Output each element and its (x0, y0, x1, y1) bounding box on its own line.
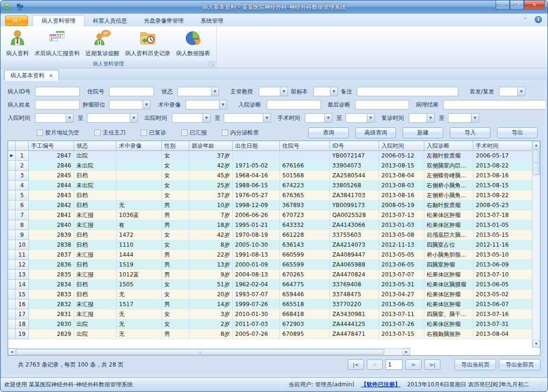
info-icon[interactable]: i (535, 16, 542, 23)
table-row[interactable]: 4 2844 未出院 女 25岁 1988-06-15 674223 33805… (8, 181, 532, 191)
action-button[interactable]: 查询 (308, 127, 349, 138)
export-current-page-button[interactable]: 导出当前页 (455, 359, 496, 370)
col-admit-diag[interactable]: 入院诊断 (424, 141, 473, 151)
col-status[interactable]: 状态 (74, 141, 117, 151)
table-header: 手工编号 状态 术中录像 性别 就诊年龄 出生日期 住院号 ID号 入院时间 入… (8, 141, 540, 151)
dialog-launcher-icon[interactable]: ↘ (209, 61, 214, 67)
filter-checkbox[interactable]: 已汇报 (181, 129, 207, 137)
admit-diag-input[interactable] (267, 100, 321, 109)
table-row[interactable]: 9 2839 归档 1472 女 42岁 1970-08-19 661228 3… (8, 230, 532, 240)
professor-select[interactable]: ▼ (259, 87, 288, 96)
table-row[interactable]: 7 2841 未汇报 1036蓝 男 7岁 2006-06-26 670723 … (8, 210, 532, 220)
ribbon-button[interactable]: 病人资料历史记录 (122, 28, 173, 58)
vertical-scrollbar[interactable]: ▲ ≡ ▼ (532, 142, 540, 348)
action-button[interactable]: 导出 (497, 127, 538, 138)
export-all-pages-button[interactable]: 导出全部页 (499, 359, 540, 370)
pathology-input[interactable] (443, 100, 546, 109)
maximize-button[interactable]: ❐ (510, 0, 524, 9)
table-row[interactable]: 17 2831 未汇报 无 女 3岁 2010-01-30 668418 ZA3… (8, 309, 532, 319)
table-row[interactable]: 5 2843 归档 女 37岁 1976-05-27 676365 ZA3841… (8, 191, 532, 200)
table-row[interactable]: 6 2842 归档 无 男 10岁 1998-12-09 367893 YB00… (8, 200, 532, 210)
ribbon-button[interactable]: 近期复诊提醒 (83, 28, 122, 58)
specimen-select[interactable]: ▼ (313, 87, 338, 96)
action-button[interactable]: 高级查询 (355, 127, 396, 138)
table-row[interactable]: 16 2832 未汇报 1517 男 14岁 1999-07-26 665518… (8, 300, 532, 309)
prev-page-button[interactable]: < (367, 359, 383, 370)
scroll-left-icon[interactable]: ◀ (8, 349, 16, 355)
col-sex[interactable]: 性别 (162, 141, 189, 151)
table-row[interactable]: ▶ 1 2847 出院 女 37岁 YB0072147 2006-05-12 左… (8, 151, 532, 161)
next-page-button[interactable]: > (405, 359, 422, 370)
discharge-to-select[interactable]: ▼ (224, 113, 271, 123)
close-button[interactable]: ✕ (524, 0, 545, 9)
status-select[interactable]: ▼ (177, 87, 219, 96)
ribbon-tab[interactable]: 病人资料管理 (33, 15, 84, 26)
col-admit-date[interactable]: 入院时间 (379, 141, 424, 151)
table-row[interactable]: 2 2846 未出院 女 42岁 1971-05-02 676166 33904… (8, 161, 532, 171)
col-id[interactable]: ID号 (330, 141, 379, 151)
table-row[interactable]: 18 2830 出院 无 女 2岁 2011-07-03 672903 ZA44… (8, 319, 532, 329)
tumor-site-select[interactable]: ▼ (109, 100, 151, 109)
table-row[interactable]: 11 2837 未汇报 1444 男 22岁 1991-08-13 660599… (8, 250, 532, 260)
table-row[interactable]: 19 2829 出院 无 男 8岁 2005-07-26 670895 ZA44… (8, 329, 532, 339)
col-manual-no[interactable]: 手工编号 (29, 141, 74, 151)
vertical-scroll-thumb[interactable]: ≡ (533, 150, 540, 175)
resize-grip-icon[interactable]: ⋰ (539, 382, 544, 387)
filter-checkbox[interactable]: 已复诊 (141, 129, 166, 137)
table-row[interactable]: 13 2835 未汇报 1012蓝 男 9岁 2004-08-13 670265… (8, 270, 532, 280)
scroll-right-icon[interactable]: ▶ (403, 349, 410, 355)
professor-label: 主管教授 (230, 88, 259, 96)
revisit-to-select[interactable]: ▼ (448, 113, 479, 123)
admit-to-select[interactable]: ▼ (87, 113, 138, 123)
quick-access-icon[interactable] (17, 4, 24, 10)
col-op-video[interactable]: 术中录像 (117, 141, 162, 151)
hosp-no-input[interactable] (109, 87, 154, 96)
action-button[interactable]: 新建 (403, 127, 443, 138)
surgery-to-select[interactable]: ▼ (346, 113, 375, 123)
filter-checkbox[interactable]: 胶片地址为空 (37, 129, 79, 137)
op-video-select[interactable]: ▼ (185, 100, 227, 109)
registered-link[interactable]: 【软件已注册】 (361, 381, 400, 389)
patient-id-input[interactable] (35, 87, 80, 96)
ribbon-button[interactable]: 病人资料 (3, 28, 32, 58)
filter-checkbox[interactable]: 内分泌检查 (222, 129, 259, 137)
minimize-button[interactable]: — (496, 0, 510, 9)
scroll-down-icon[interactable]: ▼ (532, 340, 540, 348)
page-number-input[interactable] (386, 359, 403, 370)
ribbon-button[interactable]: 术后病人汇报资料 (32, 28, 83, 58)
tab-close-icon[interactable]: ✕ (49, 73, 53, 78)
admit-from-select[interactable]: ▼ (35, 113, 74, 123)
discharge-from-select[interactable]: ▼ (172, 113, 211, 123)
ribbon-tab[interactable]: 光盘录像带管理 (135, 15, 192, 26)
col-surgery-date[interactable]: 手术时间 (473, 141, 540, 151)
ribbon-tab[interactable]: 系统管理 (192, 15, 232, 26)
ribbon-tab[interactable]: 科室人员信息 (84, 15, 135, 26)
horizontal-scroll-thumb[interactable]: ||| (16, 349, 384, 355)
filter-checkbox[interactable]: 主任主刀 (94, 129, 126, 137)
action-button[interactable]: 导入 (450, 127, 490, 138)
table-row[interactable]: 10 2838 归档 1110 女 8岁 2005-10-30 636143 Z… (8, 240, 532, 250)
col-hosp-no[interactable]: 住院号 (280, 141, 330, 151)
surgery-from-select[interactable]: ▼ (305, 113, 332, 123)
horizontal-scrollbar[interactable]: ◀ ||| ▶ (8, 348, 410, 355)
tab-patient-basic-info[interactable]: 病人基本资料 ✕ (4, 70, 59, 81)
patient-name-input[interactable] (35, 100, 80, 109)
last-page-button[interactable]: >| (424, 359, 440, 370)
ribbon-button[interactable]: 病人数据报表 (173, 28, 213, 58)
revisit-from-select[interactable]: ▼ (409, 113, 435, 123)
first-page-button[interactable]: |< (348, 359, 364, 370)
application-menu-button[interactable]: ▤▾ (5, 16, 28, 26)
table-row[interactable]: 12 2836 归档 1519 男 13岁 2000-01-09 665599 … (8, 260, 532, 270)
table-row[interactable]: 8 2840 未汇报 有 男 18岁 1995-01-21 643332 ZA4… (8, 220, 532, 230)
final-diag-input[interactable] (355, 100, 409, 109)
col-birth-date[interactable]: 出生日期 (233, 141, 280, 151)
first-recur-select[interactable]: ▼ (499, 87, 525, 96)
collapse-ribbon-icon[interactable]: ⌃ (523, 17, 527, 22)
cell-op-video (117, 191, 162, 200)
table-row[interactable]: 15 2833 归档 无 女 20岁 1993-07-07 659446 337… (8, 290, 532, 300)
table-row[interactable]: 3 2845 归档 女 45岁 1968-04-16 501568 ZA2580… (8, 171, 532, 181)
table-row[interactable]: 14 2834 归档 1505 女 51岁 1962-02-04 664775 … (8, 280, 532, 290)
scroll-up-icon[interactable]: ▲ (532, 142, 540, 149)
col-age[interactable]: 就诊年龄 (189, 141, 233, 151)
remark-input[interactable] (357, 87, 458, 96)
